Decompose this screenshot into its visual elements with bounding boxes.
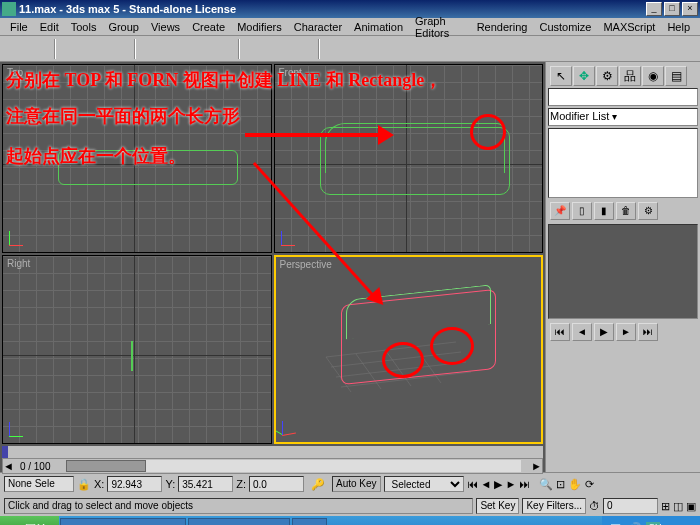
maximize-button[interactable]: □ xyxy=(664,2,680,16)
unlink-button[interactable] xyxy=(84,38,106,60)
rotate-button[interactable] xyxy=(268,38,290,60)
close-button[interactable]: × xyxy=(682,2,698,16)
menu-character[interactable]: Character xyxy=(288,21,348,33)
setkey-button[interactable]: Set Key xyxy=(476,498,519,514)
axis-indicator xyxy=(282,416,302,436)
rectangle-shape[interactable] xyxy=(58,150,238,185)
select-button[interactable] xyxy=(140,38,162,60)
viewport-right[interactable]: Right xyxy=(2,255,272,444)
viewport-label: Top xyxy=(7,67,23,78)
hierarchy-tab-icon[interactable]: 品 xyxy=(619,66,641,86)
modifier-stack[interactable] xyxy=(548,128,698,198)
key-icon[interactable]: 🔑 xyxy=(311,478,325,491)
menu-rendering[interactable]: Rendering xyxy=(471,21,534,33)
arc-rotate-icon[interactable]: ⟳ xyxy=(585,478,594,491)
y-label: Y: xyxy=(165,478,175,490)
motion-tab-icon[interactable]: ◉ xyxy=(642,66,664,86)
frame-input[interactable]: 0 xyxy=(603,498,658,514)
menu-file[interactable]: File xyxy=(4,21,34,33)
menu-modifiers[interactable]: Modifiers xyxy=(231,21,288,33)
remove-mod-button[interactable]: 🗑 xyxy=(616,202,636,220)
move-button[interactable] xyxy=(244,38,266,60)
play-button[interactable]: ▶ xyxy=(594,323,614,341)
key-filters-button[interactable]: Key Filters... xyxy=(522,498,586,514)
filter-button[interactable] xyxy=(212,38,234,60)
autokey-button[interactable]: Auto Key xyxy=(332,476,381,492)
field-of-view-icon[interactable]: ◫ xyxy=(673,500,683,513)
menu-create[interactable]: Create xyxy=(186,21,231,33)
zoom-extents-icon[interactable]: 🔍 xyxy=(539,478,553,491)
select-tool-icon[interactable]: ↖ xyxy=(550,66,572,86)
taskbar-item[interactable]: Adobe Photoshop xyxy=(188,518,289,525)
scroll-left-icon[interactable]: ◄ xyxy=(3,460,14,472)
undo-button[interactable] xyxy=(4,38,26,60)
goto-end-button[interactable]: ⏭ xyxy=(638,323,658,341)
taskbar-item[interactable]: user xyxy=(292,518,327,525)
line-edge[interactable] xyxy=(131,341,133,371)
menu-group[interactable]: Group xyxy=(102,21,145,33)
configure-button[interactable]: ⚙ xyxy=(638,202,658,220)
bind-button[interactable] xyxy=(108,38,130,60)
play-icon[interactable]: ▶ xyxy=(494,478,502,491)
modify-tab-icon[interactable]: ⚙ xyxy=(596,66,618,86)
start-button[interactable]: ⊞ 开始 xyxy=(0,516,59,525)
next-frame-button[interactable]: ► xyxy=(616,323,636,341)
redo-button[interactable] xyxy=(28,38,50,60)
menu-help[interactable]: Help xyxy=(661,21,696,33)
select-name-button[interactable] xyxy=(164,38,186,60)
show-result-button[interactable]: ▯ xyxy=(572,202,592,220)
lock-icon[interactable]: 🔒 xyxy=(77,478,91,491)
timeline-scrollbar[interactable]: ◄ 0 / 100 ► xyxy=(2,458,543,474)
axis-z xyxy=(3,355,271,356)
arrowhead-icon xyxy=(378,125,394,145)
window-title: 11.max - 3ds max 5 - Stand-alone License xyxy=(19,3,644,15)
link-button[interactable] xyxy=(60,38,82,60)
scroll-right-icon[interactable]: ► xyxy=(531,460,542,472)
display-tab-icon[interactable]: ▤ xyxy=(665,66,687,86)
menu-views[interactable]: Views xyxy=(145,21,186,33)
goto-start-icon[interactable]: ⏮ xyxy=(467,478,478,490)
menu-edit[interactable]: Edit xyxy=(34,21,65,33)
modifier-list-dropdown[interactable]: Modifier List ▾ xyxy=(548,108,698,126)
menu-grapheditors[interactable]: Graph Editors xyxy=(409,15,471,39)
menu-animation[interactable]: Animation xyxy=(348,21,409,33)
maximize-viewport-icon[interactable]: ▣ xyxy=(686,500,696,513)
pin-stack-button[interactable]: 📌 xyxy=(550,202,570,220)
object-name-field[interactable] xyxy=(548,88,698,106)
zoom-region-icon[interactable]: ⊡ xyxy=(556,478,565,491)
y-coord-input[interactable] xyxy=(178,476,233,492)
min-max-toggle-icon[interactable]: ⊞ xyxy=(661,500,670,513)
frame-indicator: 0 / 100 xyxy=(14,461,57,472)
z-coord-input[interactable] xyxy=(249,476,304,492)
annotation-circle xyxy=(430,327,474,365)
refcoord-button[interactable] xyxy=(324,38,346,60)
create-tab-icon[interactable]: ✥ xyxy=(573,66,595,86)
key-scope-dropdown[interactable]: Selected xyxy=(384,476,464,492)
pan-icon[interactable]: ✋ xyxy=(568,478,582,491)
grid xyxy=(3,256,271,443)
make-unique-button[interactable]: ▮ xyxy=(594,202,614,220)
minimize-button[interactable]: _ xyxy=(646,2,662,16)
scroll-thumb[interactable] xyxy=(66,460,146,472)
time-config-icon[interactable]: ⏱ xyxy=(589,500,600,512)
select-region-button[interactable] xyxy=(188,38,210,60)
viewport-label: Right xyxy=(7,258,30,269)
pivot-button[interactable] xyxy=(348,38,370,60)
command-panel: ↖ ✥ ⚙ 品 ◉ ▤ Modifier List ▾ 📌 ▯ ▮ 🗑 ⚙ ⏮ … xyxy=(545,62,700,472)
timeline-track[interactable] xyxy=(2,446,543,458)
taskbar-item[interactable]: 11.max - 3ds max 5 -... xyxy=(60,518,186,525)
viewport-front[interactable]: Front xyxy=(274,64,544,253)
prev-frame-button[interactable]: ◄ xyxy=(572,323,592,341)
goto-start-button[interactable]: ⏮ xyxy=(550,323,570,341)
next-key-icon[interactable]: ► xyxy=(505,478,516,490)
viewport-top[interactable]: Top xyxy=(2,64,272,253)
scale-button[interactable] xyxy=(292,38,314,60)
menu-maxscript[interactable]: MAXScript xyxy=(597,21,661,33)
prev-key-icon[interactable]: ◄ xyxy=(481,478,492,490)
goto-end-icon[interactable]: ⏭ xyxy=(519,478,530,490)
x-label: X: xyxy=(94,478,104,490)
viewport-label: Perspective xyxy=(280,259,332,270)
menu-customize[interactable]: Customize xyxy=(533,21,597,33)
menu-tools[interactable]: Tools xyxy=(65,21,103,33)
x-coord-input[interactable] xyxy=(107,476,162,492)
